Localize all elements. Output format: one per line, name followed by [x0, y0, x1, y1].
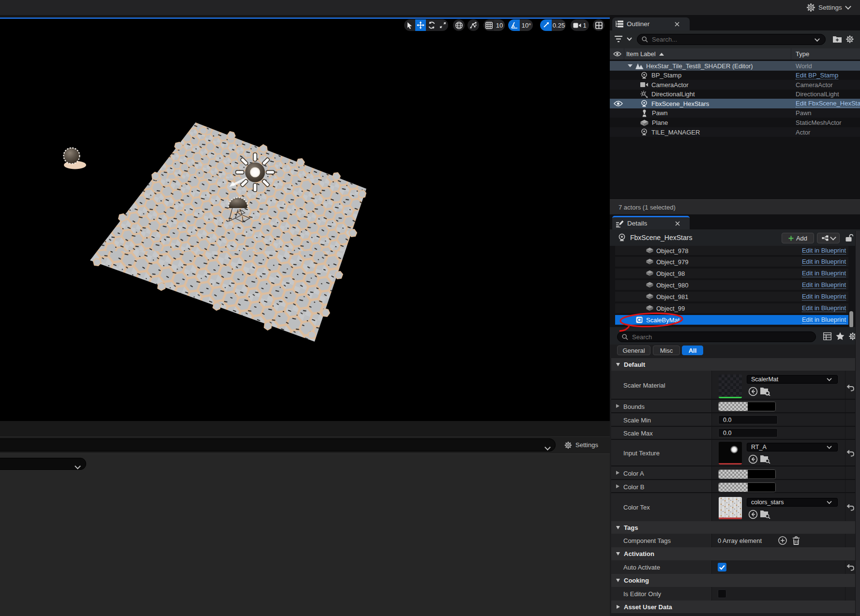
svg-text:C: C: [637, 317, 641, 323]
